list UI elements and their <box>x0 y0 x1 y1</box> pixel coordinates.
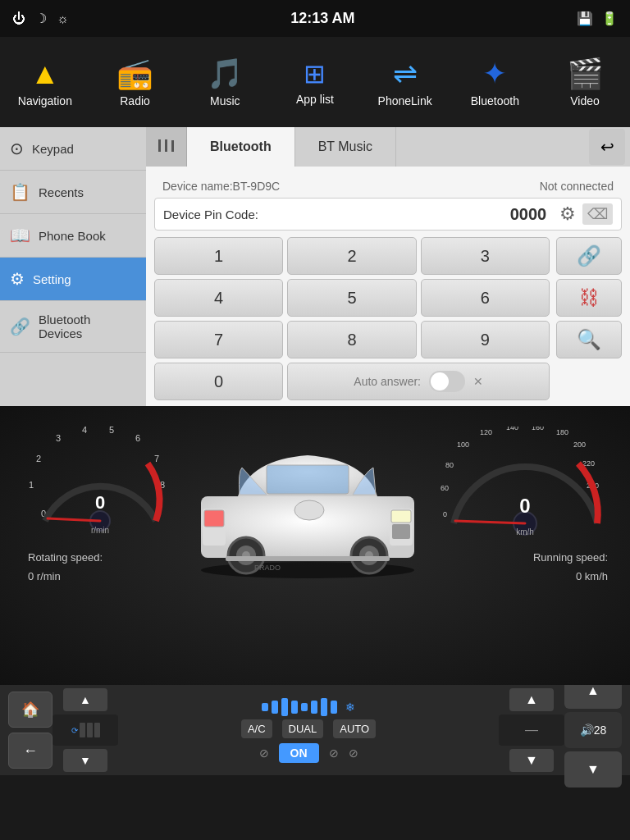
nav-item-phonelink[interactable]: ⇌ PhoneLink <box>364 57 446 107</box>
temp-value: — <box>525 723 538 737</box>
nav-item-bluetooth[interactable]: ✦ Bluetooth <box>454 57 536 107</box>
keypad-icon: ⊙ <box>10 139 24 158</box>
sidebar-item-setting[interactable]: ⚙ Setting <box>0 258 146 301</box>
running-speed-value: 0 km/h <box>576 570 611 582</box>
car-svg: PRADO <box>176 431 439 578</box>
temp-up-button[interactable]: ▲ <box>509 688 554 711</box>
pin-gear-icon[interactable]: ⚙ <box>559 203 576 225</box>
device-name-label: Device name: <box>162 180 233 193</box>
fan-down-button[interactable]: ▼ <box>63 749 107 772</box>
status-bar: ⏻ ☽ ☼ 12:13 AM 💾 🔋 <box>0 0 630 37</box>
key-5[interactable]: 5 <box>287 279 416 317</box>
svg-text:0: 0 <box>95 492 105 513</box>
rotating-speed-value: 0 r/min <box>25 570 61 582</box>
ac-bar-4 <box>291 701 298 714</box>
auto-answer-label: Auto answer: <box>354 375 421 388</box>
fan-down-icon: ▼ <box>80 754 91 767</box>
svg-rect-4 <box>171 140 174 152</box>
home-button[interactable]: 🏠 <box>8 692 52 728</box>
sidebar-item-recents[interactable]: 📋 Recents <box>0 171 146 214</box>
tab-btmusic[interactable]: BT Music <box>295 127 396 167</box>
svg-rect-1 <box>158 139 161 144</box>
ac-panel: ❄ A/C DUAL AUTO ⊘ ON ⊘ ⊘ <box>118 698 499 763</box>
back-nav-button[interactable]: ← <box>8 733 52 769</box>
ac-button[interactable]: A/C <box>241 719 272 738</box>
svg-text:4: 4 <box>82 427 87 435</box>
ac-top: ❄ <box>262 698 355 716</box>
key-9[interactable]: 9 <box>421 321 550 358</box>
temp-up-icon: ▲ <box>525 692 538 707</box>
svg-text:200: 200 <box>573 441 586 449</box>
moon-icon: ☽ <box>35 11 47 26</box>
gauge-speed-wrapper: 0 60 80 100 120 140 160 180 200 220 240 <box>439 427 611 545</box>
running-speed-label: Running speed: <box>533 551 611 564</box>
fan-up-button[interactable]: ▲ <box>63 688 107 711</box>
key-4[interactable]: 4 <box>154 279 283 317</box>
key-2[interactable]: 2 <box>287 237 416 275</box>
pin-value: 0000 <box>504 205 553 224</box>
nav-item-radio[interactable]: 📻 Radio <box>94 57 176 107</box>
svg-rect-22 <box>391 510 411 523</box>
nav-label-navigation: Navigation <box>18 94 72 107</box>
applist-icon: ⊞ <box>304 58 326 89</box>
device-info-row: Device name: BT-9D9C Not connected <box>154 175 622 198</box>
nav-item-video[interactable]: 🎬 Video <box>544 57 626 107</box>
temp-control: ▲ — ▼ <box>499 688 564 772</box>
nav-item-music[interactable]: 🎵 Music <box>184 57 266 107</box>
content-area: Bluetooth BT Music ↩ Device name: BT-9D9… <box>146 127 630 406</box>
svg-text:6: 6 <box>135 433 140 443</box>
fan-control: ▲ ⟳ ▼ <box>52 688 118 772</box>
nav-item-applist[interactable]: ⊞ App list <box>274 58 356 106</box>
key-3[interactable]: 3 <box>421 237 550 275</box>
svg-text:60: 60 <box>441 484 449 492</box>
settings-icon-btn[interactable] <box>146 127 187 167</box>
fan-display: ⟳ <box>52 714 118 746</box>
temp-down-button[interactable]: ▼ <box>509 749 554 772</box>
mode-icon-1: ⊘ <box>259 746 269 760</box>
sidebar-item-keypad[interactable]: ⊙ Keypad <box>0 127 146 171</box>
nav-item-navigation[interactable]: ▲ Navigation <box>4 57 86 107</box>
key-8[interactable]: 8 <box>287 321 416 358</box>
ac-bar-2 <box>272 701 278 714</box>
gauge-rpm-wrapper: 0 1 2 3 4 5 6 7 8 <box>25 427 176 545</box>
temp-display: — <box>499 714 564 746</box>
key-7[interactable]: 7 <box>154 321 283 358</box>
search-button[interactable]: 🔍 <box>556 321 622 358</box>
back-icon: ← <box>23 742 38 760</box>
pin-delete-button[interactable]: ⌫ <box>582 203 613 225</box>
svg-text:160: 160 <box>532 427 544 431</box>
unlink-icon: ⛓ <box>579 286 599 309</box>
panel: ⊙ Keypad 📋 Recents 📖 Phone Book ⚙ Settin… <box>0 127 630 406</box>
key-1[interactable]: 1 <box>154 237 283 275</box>
link-button[interactable]: 🔗 <box>556 237 622 275</box>
auto-button[interactable]: AUTO <box>333 719 376 738</box>
mode-icon-2: ⊘ <box>329 746 339 760</box>
nav-label-video: Video <box>570 94 600 107</box>
key-6[interactable]: 6 <box>421 279 550 317</box>
back-button[interactable]: ↩ <box>589 129 625 165</box>
rotating-speed-label: Rotating speed: <box>25 551 103 564</box>
unlink-button[interactable]: ⛓ <box>556 279 622 317</box>
svg-text:7: 7 <box>154 454 159 463</box>
ac-indicators <box>262 698 337 716</box>
tab-bluetooth[interactable]: Bluetooth <box>187 127 295 167</box>
dashboard-content: 0 1 2 3 4 5 6 7 8 <box>0 406 630 603</box>
toggle-x-icon: ✕ <box>473 375 483 388</box>
battery-icon: 🔋 <box>601 11 618 26</box>
svg-text:r/min: r/min <box>91 526 109 535</box>
ac-bar-6 <box>311 701 317 714</box>
ac-bottom: A/C DUAL AUTO <box>241 719 376 738</box>
auto-answer-toggle[interactable] <box>429 371 465 392</box>
sidebar-label-btdevices: Bluetooth Devices <box>39 313 136 340</box>
keypad-grid: 1 2 3 4 5 6 7 8 9 0 Auto answer: ✕ <box>154 237 550 400</box>
sidebar-item-phonebook[interactable]: 📖 Phone Book <box>0 214 146 258</box>
sd-icon: 💾 <box>577 11 593 26</box>
dual-button[interactable]: DUAL <box>282 719 324 738</box>
svg-text:1: 1 <box>29 480 34 490</box>
nav-label-phonelink: PhoneLink <box>378 94 432 107</box>
on-indicator: ON <box>279 743 319 763</box>
phonebook-icon: 📖 <box>10 226 30 245</box>
key-0[interactable]: 0 <box>154 363 283 400</box>
volume-down-button[interactable]: ▼ <box>564 751 622 788</box>
sidebar-item-btdevices[interactable]: 🔗 Bluetooth Devices <box>0 301 146 353</box>
